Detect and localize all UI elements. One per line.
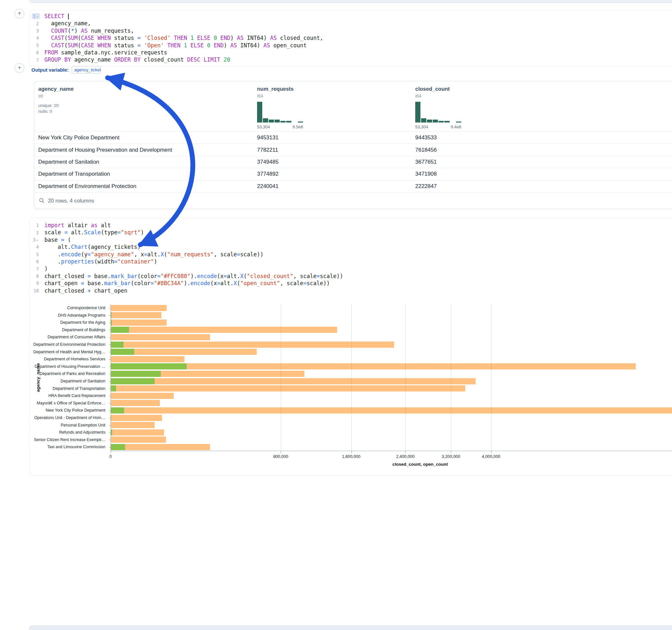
code-text[interactable]: chart_open = base.mark_bar(color="#8BC34… [41,280,330,287]
gridline [451,304,451,451]
line-number-gutter: 1 [29,222,41,228]
line-number-gutter: 1⌄ [29,13,41,19]
column-header[interactable]: closed_counti6453,3049.4e6 [415,86,672,131]
bar-closed [111,312,162,318]
y-axis-label: New York City Police Department [29,407,105,414]
table-row[interactable]: Department of Environmental Protection22… [34,180,672,192]
results-table-card: agency_namestrunique: 20nulls: 0num_requ… [34,81,672,209]
code-text[interactable]: chart_closed + chart_open [41,287,127,294]
y-axis-label: Correspondence Unit [29,304,105,312]
code-text[interactable]: base = ( [41,236,71,243]
bar-closed [111,363,636,369]
line-number: 10 [32,288,40,294]
y-axis-label: Department of Parks and Recreation [29,370,105,378]
column-header[interactable]: num_requestsi6453,3049.5e6 [257,86,415,131]
table-row[interactable]: Department of Transportation377489234719… [34,168,672,180]
add-cell-button[interactable]: + [15,9,24,19]
x-axis-tick [451,451,451,453]
bar-closed [111,444,210,450]
table-cell: 7782211 [257,147,415,153]
line-number-gutter: 6 [29,50,41,55]
table-row[interactable]: Department of Sanitation37494853677651 [34,156,672,168]
previous-cell-edge [29,0,672,3]
bar-closed [111,334,210,340]
bar-closed [111,437,166,443]
line-number: 2 [35,21,40,27]
fold-chevron-icon[interactable]: ⌄ [36,238,39,241]
code-line: 1import altair as alt [29,222,672,229]
code-line: 6FROM sample_data.nyc.service_requests [29,49,672,56]
column-name: num_requests [257,86,415,92]
bar-closed [111,393,174,399]
y-axis-label: Senior Citizen Rent Increase Exempti… [29,436,105,444]
code-text[interactable]: GROUP BY agency_name ORDER BY closed_cou… [41,56,230,63]
add-cell-button[interactable]: + [15,63,24,73]
code-text[interactable]: ) [41,265,48,272]
search-icon[interactable] [39,198,45,203]
code-line: 1⌄SELECT [29,13,672,20]
code-line: 2 agency_name, [29,20,672,27]
y-axis-label: Mayorâ€ s Office of Special Enforce… [29,399,105,407]
line-number: 6 [35,50,40,55]
code-text[interactable]: COUNT(*) AS num_requests, [41,27,134,34]
line-number-gutter: 9 [29,280,41,286]
y-axis-label: HRA Benefit Card Replacement [29,392,105,399]
table-cell: Department of Environmental Protection [38,183,257,190]
code-text[interactable]: CAST(SUM(CASE WHEN status = 'Closed' THE… [41,34,323,42]
y-axis-line [111,304,111,451]
bar-open [111,444,125,450]
line-number-gutter: 5 [29,251,41,257]
code-text[interactable]: scale = alt.Scale(type="sqrt") [41,229,144,236]
code-text[interactable]: FROM sample_data.nyc.service_requests [41,49,167,56]
table-row[interactable]: Department of Housing Preservation and D… [34,144,672,155]
code-line: 7GROUP BY agency_name ORDER BY closed_co… [29,56,672,63]
code-text[interactable]: .encode(y="agency_name", x=alt.X("num_re… [41,251,264,258]
line-number: 9 [35,280,40,286]
bar-open [111,349,134,355]
code-text[interactable]: import altair as alt [41,222,111,229]
table-footer-text: 20 rows, 4 columns [48,198,94,204]
column-histogram [415,101,461,122]
output-variable-label: Output variable: [31,67,69,73]
code-text[interactable]: alt.Chart(agency_tickets) [41,243,141,250]
code-text[interactable]: SELECT [41,13,69,20]
bar-closed [111,319,167,326]
code-text[interactable]: CAST(SUM(CASE WHEN status = 'Open' THEN … [41,42,307,49]
table-cell: 3677651 [415,159,672,165]
line-number: 4 [35,35,40,41]
bar-closed [111,305,167,311]
table-cell: 3749485 [257,159,415,165]
line-number-gutter: 7 [29,266,41,272]
table-cell: New York City Police Department [38,135,257,141]
code-text[interactable]: chart_closed = base.mark_bar(color="#FFC… [41,272,343,280]
line-number: 3 [35,28,40,34]
column-header[interactable]: agency_namestrunique: 20nulls: 0 [38,86,257,131]
gridline [281,304,281,451]
code-text[interactable]: agency_name, [41,20,91,27]
bar-closed [111,342,394,348]
table-row[interactable]: New York City Police Department945313194… [34,131,672,144]
text-cursor [68,14,69,20]
output-variable-row: Output variable: agency_tickets [31,66,101,74]
table-cell: Department of Transportation [38,171,257,177]
python-editor[interactable]: 1import altair as alt2scale = alt.Scale(… [29,218,672,294]
column-name: agency_name [38,86,257,92]
x-axis-tick-label: 1,600,000 [342,454,360,459]
y-axis-label: Refunds and Adjustments [29,429,105,436]
bar-open [111,342,123,348]
gridline [405,304,406,451]
column-histogram [257,101,303,122]
y-axis-label: Operations Unit - Department of Hom… [29,414,105,421]
code-line: 3 COUNT(*) AS num_requests, [29,27,672,34]
x-axis-tick-label: 0 [109,454,112,459]
line-number: 4 [35,244,40,250]
bar-closed [111,429,164,436]
gridline [352,304,352,451]
code-text[interactable]: .properties(width="container") [41,258,157,265]
output-variable-chip[interactable]: agency_tickets [72,66,101,74]
line-number-gutter: 6 [29,259,41,264]
line-number: 6 [35,259,40,264]
fold-chevron-icon[interactable]: ⌄ [36,15,39,18]
sql-editor[interactable]: 1⌄SELECT 2 agency_name,3 COUNT(*) AS num… [29,13,672,64]
code-line: 4 CAST(SUM(CASE WHEN status = 'Closed' T… [29,34,672,42]
